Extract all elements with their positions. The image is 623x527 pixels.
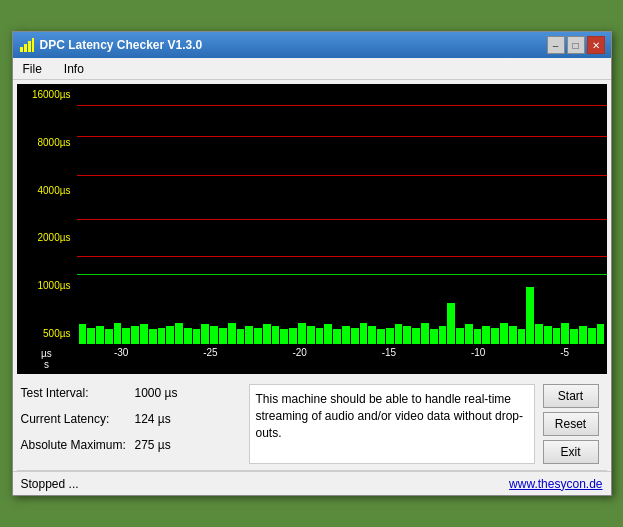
bars-container — [77, 84, 607, 344]
svg-rect-1 — [24, 44, 27, 52]
menu-item-info[interactable]: Info — [58, 60, 90, 78]
y-label-5: 500µs — [19, 328, 75, 339]
bar — [96, 326, 104, 344]
bar — [79, 324, 87, 344]
bar — [228, 323, 236, 344]
bar — [166, 326, 174, 344]
y-label-4: 1000µs — [19, 280, 75, 291]
maximize-button[interactable]: □ — [567, 36, 585, 54]
axis-corner: µs s — [17, 344, 77, 374]
x-axis-unit: s — [44, 359, 49, 370]
menu-bar: File Info — [13, 58, 611, 80]
bar — [316, 328, 324, 344]
bar — [201, 324, 209, 344]
bar — [105, 329, 113, 344]
bar — [342, 326, 350, 344]
test-interval-row: Test Interval: 1000 µs — [21, 384, 241, 402]
y-label-2: 4000µs — [19, 185, 75, 196]
bar — [395, 324, 403, 344]
bar — [465, 324, 473, 344]
bar — [500, 323, 508, 344]
reset-button[interactable]: Reset — [543, 412, 599, 436]
bar — [219, 328, 227, 344]
bar — [324, 324, 332, 344]
bar — [333, 329, 341, 344]
status-link[interactable]: www.thesycon.de — [509, 477, 602, 491]
bar — [298, 323, 306, 344]
x-label-5: -5 — [560, 347, 569, 358]
bar — [491, 328, 499, 344]
chart-area: 16000µs 8000µs 4000µs 2000µs 1000µs 500µ… — [17, 84, 607, 374]
bar — [553, 328, 561, 344]
bar — [175, 323, 183, 344]
bar — [561, 323, 569, 344]
window-title: DPC Latency Checker V1.3.0 — [40, 38, 203, 52]
info-description: This machine should be able to handle re… — [249, 384, 535, 464]
start-button[interactable]: Start — [543, 384, 599, 408]
absolute-max-value: 275 µs — [135, 438, 171, 452]
bar — [421, 323, 429, 344]
status-bar: Stopped ... www.thesycon.de — [13, 471, 611, 495]
main-window: DPC Latency Checker V1.3.0 – □ ✕ File In… — [12, 31, 612, 496]
bar — [140, 324, 148, 344]
y-axis-unit: µs — [41, 348, 52, 359]
test-interval-value: 1000 µs — [135, 386, 178, 400]
absolute-max-label: Absolute Maximum: — [21, 438, 131, 452]
bar — [412, 328, 420, 344]
test-interval-label: Test Interval: — [21, 386, 131, 400]
bar — [544, 326, 552, 344]
exit-button[interactable]: Exit — [543, 440, 599, 464]
x-axis-labels: -30 -25 -20 -15 -10 -5 — [77, 347, 607, 358]
absolute-max-row: Absolute Maximum: 275 µs — [21, 436, 241, 454]
bar — [272, 326, 280, 344]
bar — [360, 323, 368, 344]
bar — [210, 326, 218, 344]
bar — [237, 329, 245, 344]
bar — [579, 326, 587, 344]
y-label-0: 16000µs — [19, 89, 75, 100]
bar — [280, 329, 288, 344]
title-bar-controls: – □ ✕ — [547, 36, 605, 54]
minimize-button[interactable]: – — [547, 36, 565, 54]
info-buttons: Start Reset Exit — [543, 384, 603, 464]
bar — [430, 329, 438, 344]
bar — [570, 329, 578, 344]
x-label-3: -15 — [382, 347, 396, 358]
bar — [158, 328, 166, 344]
current-latency-row: Current Latency: 124 µs — [21, 410, 241, 428]
y-label-3: 2000µs — [19, 232, 75, 243]
bar — [377, 329, 385, 344]
bar — [131, 326, 139, 344]
bar — [535, 324, 543, 344]
current-latency-value: 124 µs — [135, 412, 171, 426]
bar — [368, 326, 376, 344]
current-latency-label: Current Latency: — [21, 412, 131, 426]
bar — [509, 326, 517, 344]
bar — [351, 328, 359, 344]
menu-item-file[interactable]: File — [17, 60, 48, 78]
title-bar: DPC Latency Checker V1.3.0 – □ ✕ — [13, 32, 611, 58]
bar — [254, 328, 262, 344]
bar — [518, 329, 526, 344]
x-label-4: -10 — [471, 347, 485, 358]
bar — [122, 328, 130, 344]
bar — [456, 328, 464, 344]
bar — [263, 324, 271, 344]
x-axis-area: -30 -25 -20 -15 -10 -5 — [77, 344, 607, 374]
x-label-2: -20 — [292, 347, 306, 358]
info-left: Test Interval: 1000 µs Current Latency: … — [21, 384, 241, 464]
bar — [403, 326, 411, 344]
bar — [149, 329, 157, 344]
app-icon — [19, 37, 35, 53]
bar — [482, 326, 490, 344]
svg-rect-2 — [28, 41, 31, 52]
close-button[interactable]: ✕ — [587, 36, 605, 54]
bar — [114, 323, 122, 344]
svg-rect-0 — [20, 47, 23, 52]
bar — [447, 303, 455, 344]
bar — [439, 326, 447, 344]
x-label-1: -25 — [203, 347, 217, 358]
y-axis-labels: 16000µs 8000µs 4000µs 2000µs 1000µs 500µ… — [17, 84, 77, 344]
bar — [87, 328, 95, 344]
svg-rect-3 — [32, 38, 34, 52]
